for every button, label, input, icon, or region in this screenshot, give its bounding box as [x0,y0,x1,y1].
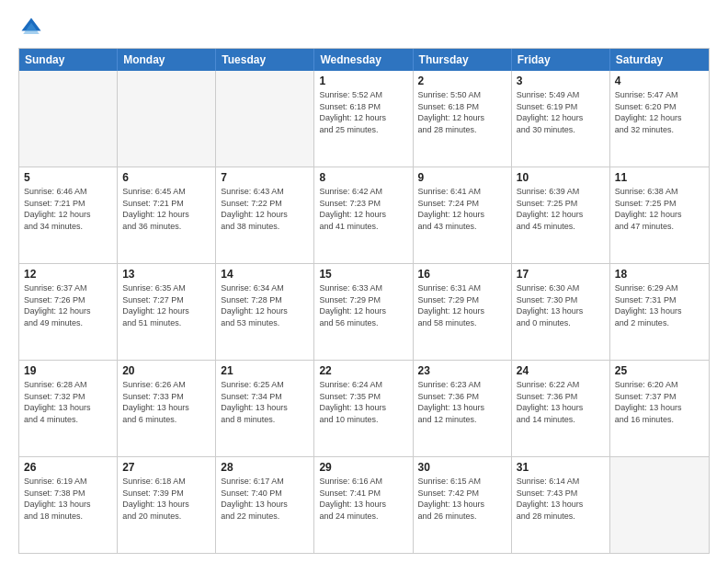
day-info: Sunrise: 6:34 AM Sunset: 7:28 PM Dayligh… [221,282,309,328]
day-info: Sunrise: 6:29 AM Sunset: 7:31 PM Dayligh… [615,282,704,328]
day-info: Sunrise: 6:23 AM Sunset: 7:36 PM Dayligh… [418,379,506,425]
day-number: 25 [615,364,704,377]
day-info: Sunrise: 6:42 AM Sunset: 7:23 PM Dayligh… [319,186,407,232]
calendar-cell: 19Sunrise: 6:28 AM Sunset: 7:32 PM Dayli… [19,361,118,456]
calendar-row: 19Sunrise: 6:28 AM Sunset: 7:32 PM Dayli… [19,361,709,457]
day-info: Sunrise: 6:17 AM Sunset: 7:40 PM Dayligh… [221,476,309,522]
logo [18,15,48,40]
calendar-cell: 16Sunrise: 6:31 AM Sunset: 7:29 PM Dayli… [414,264,512,360]
calendar-body: 1Sunrise: 5:52 AM Sunset: 6:18 PM Daylig… [19,71,709,553]
calendar-row: 5Sunrise: 6:46 AM Sunset: 7:21 PM Daylig… [19,167,709,264]
calendar-cell: 13Sunrise: 6:35 AM Sunset: 7:27 PM Dayli… [118,264,216,360]
day-number: 19 [24,364,112,377]
calendar-cell: 1Sunrise: 5:52 AM Sunset: 6:18 PM Daylig… [314,71,413,167]
calendar-header: SundayMondayTuesdayWednesdayThursdayFrid… [19,49,709,71]
day-info: Sunrise: 6:33 AM Sunset: 7:29 PM Dayligh… [319,282,407,328]
day-number: 1 [319,75,407,87]
calendar-cell: 26Sunrise: 6:19 AM Sunset: 7:38 PM Dayli… [19,457,118,553]
day-number: 29 [319,461,407,474]
day-number: 8 [319,171,407,184]
calendar-cell: 11Sunrise: 6:38 AM Sunset: 7:25 PM Dayli… [610,167,709,263]
calendar-cell: 18Sunrise: 6:29 AM Sunset: 7:31 PM Dayli… [610,264,709,360]
day-number: 3 [517,75,605,87]
day-info: Sunrise: 5:52 AM Sunset: 6:18 PM Dayligh… [319,89,407,135]
cal-header-day: Monday [118,49,216,71]
day-number: 30 [418,461,506,474]
day-number: 14 [221,268,309,281]
calendar-cell: 17Sunrise: 6:30 AM Sunset: 7:30 PM Dayli… [512,264,610,360]
calendar-cell: 8Sunrise: 6:42 AM Sunset: 7:23 PM Daylig… [314,167,413,263]
calendar-cell: 9Sunrise: 6:41 AM Sunset: 7:24 PM Daylig… [414,167,512,263]
cal-header-day: Tuesday [216,49,314,71]
calendar-cell: 30Sunrise: 6:15 AM Sunset: 7:42 PM Dayli… [414,457,512,553]
calendar-cell [118,71,216,167]
calendar-row: 1Sunrise: 5:52 AM Sunset: 6:18 PM Daylig… [19,71,709,167]
calendar-row: 26Sunrise: 6:19 AM Sunset: 7:38 PM Dayli… [19,457,709,553]
day-info: Sunrise: 6:28 AM Sunset: 7:32 PM Dayligh… [24,379,112,425]
calendar-cell: 4Sunrise: 5:47 AM Sunset: 6:20 PM Daylig… [610,71,709,167]
day-number: 26 [24,461,112,474]
day-info: Sunrise: 6:38 AM Sunset: 7:25 PM Dayligh… [615,186,704,232]
calendar-cell: 25Sunrise: 6:20 AM Sunset: 7:37 PM Dayli… [610,361,709,456]
calendar-row: 12Sunrise: 6:37 AM Sunset: 7:26 PM Dayli… [19,264,709,361]
day-info: Sunrise: 6:37 AM Sunset: 7:26 PM Dayligh… [24,282,112,328]
day-number: 17 [517,268,605,281]
day-info: Sunrise: 6:43 AM Sunset: 7:22 PM Dayligh… [221,186,309,232]
day-info: Sunrise: 6:46 AM Sunset: 7:21 PM Dayligh… [24,186,112,232]
day-number: 18 [615,268,704,281]
day-number: 9 [418,171,506,184]
calendar-cell [610,457,709,553]
day-number: 15 [319,268,407,281]
day-number: 20 [122,364,210,377]
day-info: Sunrise: 6:30 AM Sunset: 7:30 PM Dayligh… [517,282,605,328]
calendar-cell: 7Sunrise: 6:43 AM Sunset: 7:22 PM Daylig… [216,167,314,263]
day-number: 5 [24,171,112,184]
day-number: 7 [221,171,309,184]
calendar-cell: 21Sunrise: 6:25 AM Sunset: 7:34 PM Dayli… [216,361,314,456]
calendar-cell: 27Sunrise: 6:18 AM Sunset: 7:39 PM Dayli… [118,457,216,553]
day-info: Sunrise: 6:24 AM Sunset: 7:35 PM Dayligh… [319,379,407,425]
day-info: Sunrise: 6:39 AM Sunset: 7:25 PM Dayligh… [517,186,605,232]
day-info: Sunrise: 6:35 AM Sunset: 7:27 PM Dayligh… [122,282,210,328]
day-info: Sunrise: 6:14 AM Sunset: 7:43 PM Dayligh… [517,476,605,522]
day-number: 22 [319,364,407,377]
day-number: 16 [418,268,506,281]
day-number: 4 [615,75,704,87]
calendar-cell: 14Sunrise: 6:34 AM Sunset: 7:28 PM Dayli… [216,264,314,360]
day-number: 13 [122,268,210,281]
calendar: SundayMondayTuesdayWednesdayThursdayFrid… [18,48,710,554]
cal-header-day: Sunday [19,49,118,71]
header [18,15,710,40]
day-info: Sunrise: 6:19 AM Sunset: 7:38 PM Dayligh… [24,476,112,522]
calendar-cell [216,71,314,167]
day-number: 2 [418,75,506,87]
day-info: Sunrise: 6:15 AM Sunset: 7:42 PM Dayligh… [418,476,506,522]
day-info: Sunrise: 6:26 AM Sunset: 7:33 PM Dayligh… [122,379,210,425]
day-info: Sunrise: 5:49 AM Sunset: 6:19 PM Dayligh… [517,89,605,135]
day-number: 24 [517,364,605,377]
calendar-cell [19,71,118,167]
day-number: 28 [221,461,309,474]
cal-header-day: Wednesday [314,49,413,71]
calendar-cell: 2Sunrise: 5:50 AM Sunset: 6:18 PM Daylig… [414,71,512,167]
day-info: Sunrise: 6:45 AM Sunset: 7:21 PM Dayligh… [122,186,210,232]
calendar-cell: 24Sunrise: 6:22 AM Sunset: 7:36 PM Dayli… [512,361,610,456]
day-info: Sunrise: 5:50 AM Sunset: 6:18 PM Dayligh… [418,89,506,135]
calendar-cell: 31Sunrise: 6:14 AM Sunset: 7:43 PM Dayli… [512,457,610,553]
page: SundayMondayTuesdayWednesdayThursdayFrid… [0,0,728,563]
day-number: 27 [122,461,210,474]
calendar-cell: 20Sunrise: 6:26 AM Sunset: 7:33 PM Dayli… [118,361,216,456]
day-info: Sunrise: 6:31 AM Sunset: 7:29 PM Dayligh… [418,282,506,328]
day-info: Sunrise: 6:22 AM Sunset: 7:36 PM Dayligh… [517,379,605,425]
logo-icon [18,15,44,40]
day-number: 21 [221,364,309,377]
day-number: 31 [517,461,605,474]
day-info: Sunrise: 6:41 AM Sunset: 7:24 PM Dayligh… [418,186,506,232]
day-info: Sunrise: 6:20 AM Sunset: 7:37 PM Dayligh… [615,379,704,425]
calendar-cell: 12Sunrise: 6:37 AM Sunset: 7:26 PM Dayli… [19,264,118,360]
calendar-cell: 29Sunrise: 6:16 AM Sunset: 7:41 PM Dayli… [314,457,413,553]
cal-header-day: Friday [512,49,610,71]
calendar-cell: 15Sunrise: 6:33 AM Sunset: 7:29 PM Dayli… [314,264,413,360]
calendar-cell: 22Sunrise: 6:24 AM Sunset: 7:35 PM Dayli… [314,361,413,456]
day-info: Sunrise: 5:47 AM Sunset: 6:20 PM Dayligh… [615,89,704,135]
